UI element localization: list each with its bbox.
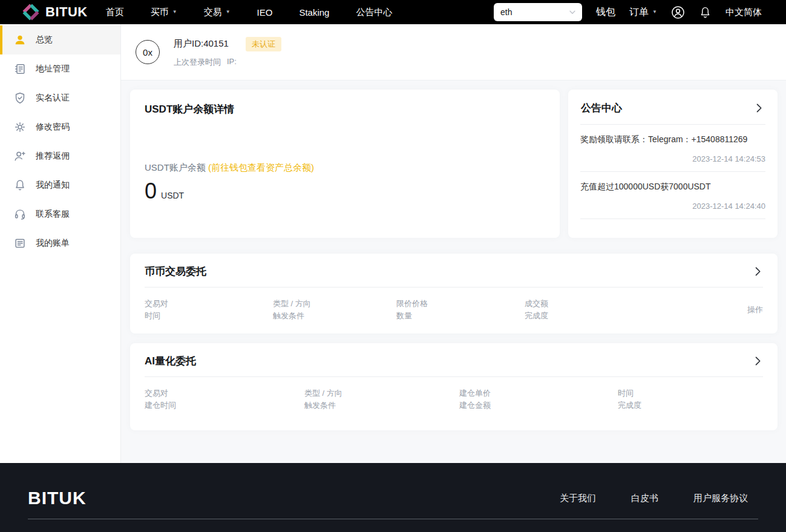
sidebar-item-kyc[interactable]: 实名认证 — [0, 84, 120, 113]
nav-item-trade[interactable]: 交易▼ — [204, 7, 231, 18]
announcement-item[interactable]: 充值超过100000USD获7000USDT 2023-12-14 14:24:… — [568, 172, 778, 218]
sidebar-item-overview[interactable]: 总览 — [0, 25, 120, 54]
nav-item-ieo[interactable]: IEO — [257, 7, 273, 18]
spot-orders-title: 币币交易委托 — [145, 264, 206, 278]
chevron-right-icon[interactable] — [753, 266, 763, 277]
nav-item-announcements[interactable]: 公告中心 — [356, 7, 392, 18]
logo-diamond-icon — [22, 3, 40, 21]
bell-icon — [13, 179, 27, 192]
sidebar-item-label: 地址管理 — [36, 64, 70, 74]
wallet-link[interactable]: (前往钱包查看资产总余额) — [208, 162, 314, 172]
last-login-label: 上次登录时间 — [174, 57, 221, 68]
balance-amount: 0 — [145, 179, 157, 204]
sidebar-item-label: 实名认证 — [36, 93, 70, 103]
balance-unit: USDT — [161, 191, 184, 200]
usdt-balance-card: USDT账户余额详情 USDT账户余额 (前往钱包查看资产总余额) 0 USDT — [130, 90, 560, 238]
announcement-card: 公告中心 奖励领取请联系：Telegram：+15408811269 2023-… — [568, 90, 778, 238]
announcement-time: 2023-12-14 14:24:40 — [580, 202, 765, 211]
sidebar-item-label: 联系客服 — [36, 209, 70, 220]
sidebar-item-support[interactable]: 联系客服 — [0, 200, 120, 229]
nav-item-staking[interactable]: Staking — [299, 7, 329, 18]
status-badge: 未认证 — [246, 37, 281, 51]
main-content: USDT账户余额详情 USDT账户余额 (前往钱包查看资产总余额) 0 USDT… — [121, 80, 786, 440]
sidebar-item-referral[interactable]: 推荐返佣 — [0, 142, 120, 171]
headset-icon — [13, 208, 27, 221]
column-header: 时间 完成度 — [618, 387, 739, 412]
column-header: 类型 / 方向 触发条件 — [273, 298, 396, 322]
notifications-button[interactable] — [699, 6, 712, 19]
gear-icon — [13, 120, 27, 134]
sidebar-item-change-password[interactable]: 修改密码 — [0, 113, 120, 142]
column-header-action: 操作 — [670, 304, 763, 316]
sidebar-item-label: 推荐返佣 — [36, 151, 70, 162]
main-nav: 首页 买币▼ 交易▼ IEO Staking 公告中心 — [106, 7, 393, 18]
announcement-card-title: 公告中心 — [581, 101, 622, 115]
footer-link-about[interactable]: 关于我们 — [560, 493, 596, 504]
ai-orders-header-row: 交易对 建仓时间 类型 / 方向 触发条件 建仓单价 建仓金额 时间 完成度 — [130, 377, 778, 422]
announcement-item[interactable]: 奖励领取请联系：Telegram：+15408811269 2023-12-14… — [568, 125, 778, 171]
caret-down-icon: ▼ — [226, 10, 231, 15]
logo[interactable]: BITUK — [22, 3, 88, 21]
balance-card-title: USDT账户余额详情 — [145, 102, 545, 116]
logo-text: BITUK — [45, 4, 88, 20]
announcement-time: 2023-12-14 14:24:53 — [580, 154, 765, 163]
column-header: 成交额 完成度 — [525, 298, 670, 322]
column-header: 建仓单价 建仓金额 — [459, 387, 618, 412]
language-selector[interactable]: 中文简体 — [725, 7, 762, 18]
spot-orders-card: 币币交易委托 交易对 时间 类型 / 方向 触发条件 限价价格 数量 成交额 完… — [130, 254, 778, 333]
caret-down-icon: ▼ — [172, 10, 177, 15]
profile-button[interactable] — [671, 5, 685, 19]
bill-list-icon — [13, 237, 27, 250]
sidebar-item-bills[interactable]: 我的账单 — [0, 229, 120, 258]
sidebar-item-label: 我的通知 — [36, 180, 70, 191]
announcement-text: 奖励领取请联系：Telegram：+15408811269 — [580, 134, 765, 145]
ai-orders-card: AI量化委托 交易对 建仓时间 类型 / 方向 触发条件 建仓单价 建仓金额 时… — [130, 343, 778, 430]
topnav-right: eth 钱包 订单▼ 中文简体 — [494, 3, 762, 21]
sidebar: 总览 地址管理 实名认证 修改密码 推荐返佣 我的通知 联系客服 — [0, 24, 121, 463]
user-info-bar: 0x 用户ID:40151 未认证 上次登录时间 IP: — [121, 24, 786, 80]
nav-item-orders[interactable]: 订单▼ — [629, 6, 657, 19]
chevron-right-icon[interactable] — [753, 356, 763, 366]
sidebar-item-address-management[interactable]: 地址管理 — [0, 54, 120, 84]
sidebar-item-label: 总览 — [36, 34, 53, 45]
caret-down-icon: ▼ — [652, 10, 657, 15]
footer-link-terms[interactable]: 用户服务协议 — [693, 493, 748, 504]
footer-link-whitepaper[interactable]: 白皮书 — [631, 493, 658, 504]
top-navbar: BITUK 首页 买币▼ 交易▼ IEO Staking 公告中心 eth 钱包… — [0, 0, 786, 24]
avatar: 0x — [136, 40, 160, 64]
footer-logo-text: BITUK — [28, 488, 87, 508]
bell-icon — [699, 6, 712, 19]
sidebar-item-notifications[interactable]: 我的通知 — [0, 171, 120, 200]
chevron-down-icon — [568, 8, 577, 16]
ip-label: IP: — [227, 57, 237, 68]
sidebar-item-label: 我的账单 — [36, 238, 70, 249]
address-book-icon — [13, 62, 27, 76]
spot-orders-header-row: 交易对 时间 类型 / 方向 触发条件 限价价格 数量 成交额 完成度 操作 — [130, 287, 778, 332]
ai-orders-title: AI量化委托 — [145, 354, 196, 368]
nav-item-home[interactable]: 首页 — [106, 7, 124, 18]
user-icon — [13, 33, 27, 47]
footer: BITUK 关于我们 白皮书 用户服务协议 — [0, 463, 786, 532]
chevron-right-icon[interactable] — [754, 103, 764, 113]
user-profile-icon — [671, 5, 685, 19]
column-header: 交易对 时间 — [145, 298, 273, 322]
column-header: 类型 / 方向 触发条件 — [304, 387, 459, 412]
column-header: 交易对 建仓时间 — [145, 387, 304, 412]
shield-check-icon — [13, 91, 27, 105]
nav-item-wallet[interactable]: 钱包 — [596, 6, 615, 19]
sidebar-item-label: 修改密码 — [36, 122, 70, 133]
balance-label: USDT账户余额 — [145, 162, 206, 172]
coin-select[interactable]: eth — [494, 3, 582, 21]
nav-item-buy[interactable]: 买币▼ — [151, 7, 177, 18]
coin-select-value: eth — [500, 7, 512, 17]
footer-divider — [28, 519, 758, 519]
column-header: 限价价格 数量 — [396, 298, 525, 322]
user-plus-icon — [13, 149, 27, 163]
user-id: 用户ID:40151 — [174, 38, 229, 50]
announcement-text: 充值超过100000USD获7000USDT — [580, 182, 765, 192]
